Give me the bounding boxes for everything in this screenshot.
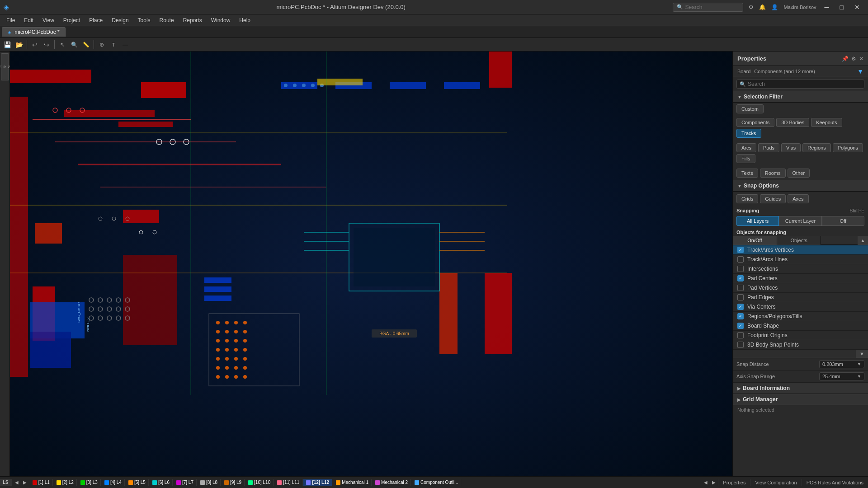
board-information-header[interactable]: ▶ Board Information [733, 383, 868, 394]
selection-filter-header[interactable]: ▼ Selection Filter [733, 91, 868, 103]
menu-item-design[interactable]: Design [107, 16, 133, 25]
custom-button[interactable]: Custom [736, 104, 764, 113]
measure-button[interactable]: 📏 [80, 39, 91, 50]
layer-3[interactable]: [3] L3 [78, 479, 101, 486]
snap-item-pad-centers[interactable]: Pad Centers [733, 274, 868, 283]
axis-snap-range-dropdown-arrow[interactable]: ▼ [857, 374, 861, 379]
ls-indicator[interactable]: LS [0, 479, 12, 486]
zoom-button[interactable]: 🔍 [69, 39, 80, 50]
menu-item-project[interactable]: Project [59, 16, 85, 25]
layer-mech2[interactable]: Mechanical 2 [373, 479, 411, 486]
tab-pcb-rules[interactable]: PCB Rules And Violations [802, 479, 868, 486]
settings-icon[interactable]: ⚙ [749, 4, 754, 10]
guides-button[interactable]: Guides [760, 194, 786, 203]
panel-settings-icon[interactable]: ⚙ [851, 56, 856, 62]
snap-item-footprint-origins[interactable]: Footprint Origins [733, 331, 868, 340]
checkbox-pad-centers[interactable] [737, 275, 744, 282]
snap-item-intersections[interactable]: Intersections [733, 264, 868, 274]
axis-snap-range-value[interactable]: 25.4mm ▼ [819, 372, 864, 380]
layer-comp-outline[interactable]: Component Outli... [412, 479, 461, 486]
grids-button[interactable]: Grids [736, 194, 758, 203]
layer-5[interactable]: [5] L5 [126, 479, 149, 486]
snap-item-pad-vertices[interactable]: Pad Vertices [733, 283, 868, 293]
checkbox-pad-edges[interactable] [737, 294, 744, 300]
filter-polygons[interactable]: Polygons [833, 143, 863, 152]
filter-arcs[interactable]: Arcs [736, 143, 756, 152]
checkbox-intersections[interactable] [737, 266, 744, 272]
pcb-canvas[interactable]: BGA - 0.65mm SVG_CMRR NetFB_2 [10, 52, 732, 488]
search-input[interactable] [685, 4, 739, 10]
layer-7[interactable]: [7] L7 [174, 479, 197, 486]
snap-item-trackarcs-vertices[interactable]: Track/Arcs Vertices [733, 245, 868, 255]
menu-item-route[interactable]: Route [155, 16, 179, 25]
open-button[interactable]: 📂 [14, 39, 24, 50]
checkbox-3dbody[interactable] [737, 342, 744, 348]
filter-regions[interactable]: Regions [802, 143, 830, 152]
tab-onoff[interactable]: On/Off [733, 236, 777, 245]
save-button[interactable]: 💾 [2, 39, 13, 50]
tab-view-config[interactable]: View Configuration [750, 479, 801, 486]
filter-tracks[interactable]: Tracks [736, 129, 761, 138]
snap-item-trackarcs-lines[interactable]: Track/Arcs Lines [733, 255, 868, 264]
axes-button[interactable]: Axes [788, 194, 808, 203]
snap-item-regions[interactable]: Regions/Polygons/Fills [733, 312, 868, 321]
snap-options-header[interactable]: ▼ Snap Options [733, 180, 868, 192]
checkbox-trackarcs-vertices[interactable] [737, 247, 744, 253]
snap-item-board-shape[interactable]: Board Shape [733, 321, 868, 331]
snap-current-layer[interactable]: Current Layer [779, 216, 821, 226]
titlebar-search[interactable]: 🔍 [673, 3, 743, 12]
filter-rooms[interactable]: Rooms [760, 169, 786, 178]
status-left-arrow[interactable]: ◀ [702, 479, 710, 486]
scroll-up-button[interactable]: ▲ [858, 236, 868, 245]
scroll-down-button[interactable]: ▼ [856, 350, 868, 358]
layer-next-arrow[interactable]: ▶ [21, 479, 29, 486]
layer-11[interactable]: [11] L11 [274, 479, 302, 486]
nav-navigator[interactable]: Nav [1, 53, 9, 80]
checkbox-footprint-origins[interactable] [737, 332, 744, 338]
filter-icon[interactable]: ▼ [857, 68, 863, 75]
layer-10[interactable]: [10] L10 [245, 479, 274, 486]
menu-item-reports[interactable]: Reports [179, 16, 207, 25]
filter-other[interactable]: Other [788, 169, 810, 178]
layer-6[interactable]: [6] L6 [150, 479, 173, 486]
filter-keepouts[interactable]: Keepouts [811, 118, 842, 127]
filter-3dbodies[interactable]: 3D Bodies [776, 118, 809, 127]
checkbox-pad-vertices[interactable] [737, 285, 744, 291]
filter-texts[interactable]: Texts [736, 169, 758, 178]
layer-1[interactable]: [1] L1 [30, 479, 53, 486]
menu-item-edit[interactable]: Edit [19, 16, 38, 25]
place-text-button[interactable]: T [108, 39, 119, 50]
checkbox-via-centers[interactable] [737, 304, 744, 310]
panel-search-input[interactable] [748, 81, 861, 87]
snap-distance-value[interactable]: 0.203mm ▼ [819, 360, 864, 368]
menu-item-file[interactable]: File [2, 16, 19, 25]
layer-12[interactable]: [12] L12 [303, 479, 332, 486]
menu-item-place[interactable]: Place [85, 16, 107, 25]
snap-item-pad-edges[interactable]: Pad Edges [733, 293, 868, 302]
notify-icon[interactable]: 🔔 [759, 4, 766, 10]
filter-fills[interactable]: Fills [736, 154, 755, 163]
status-right-arrow[interactable]: ▶ [710, 479, 718, 486]
filter-components[interactable]: Components [736, 118, 774, 127]
layer-9[interactable]: [9] L9 [222, 479, 245, 486]
checkbox-regions[interactable] [737, 313, 744, 319]
menu-item-view[interactable]: View [38, 16, 59, 25]
tab-objects[interactable]: Objects [777, 236, 821, 245]
snap-item-via-centers[interactable]: Via Centers [733, 302, 868, 312]
layer-mech1[interactable]: Mechanical 1 [333, 479, 372, 486]
undo-button[interactable]: ↩ [29, 39, 40, 50]
checkbox-board-shape[interactable] [737, 323, 744, 329]
snap-item-3dbody[interactable]: 3D Body Snap Points [733, 340, 868, 350]
menu-item-tools[interactable]: Tools [133, 16, 155, 25]
snap-all-layers[interactable]: All Layers [736, 216, 779, 226]
place-via-button[interactable]: ⊕ [96, 39, 107, 50]
panel-pin-icon[interactable]: 📌 [842, 56, 849, 62]
close-button[interactable]: ✕ [852, 3, 863, 12]
redo-button[interactable]: ↪ [41, 39, 52, 50]
filter-pads[interactable]: Pads [758, 143, 779, 152]
menu-item-window[interactable]: Window [207, 16, 235, 25]
snap-distance-dropdown-arrow[interactable]: ▼ [857, 362, 861, 366]
tab-pcbdoc[interactable]: ◈ microPC.PcbDoc * [2, 27, 66, 37]
layer-4[interactable]: [4] L4 [102, 479, 125, 486]
grid-manager-header[interactable]: ▶ Grid Manager [733, 394, 868, 405]
